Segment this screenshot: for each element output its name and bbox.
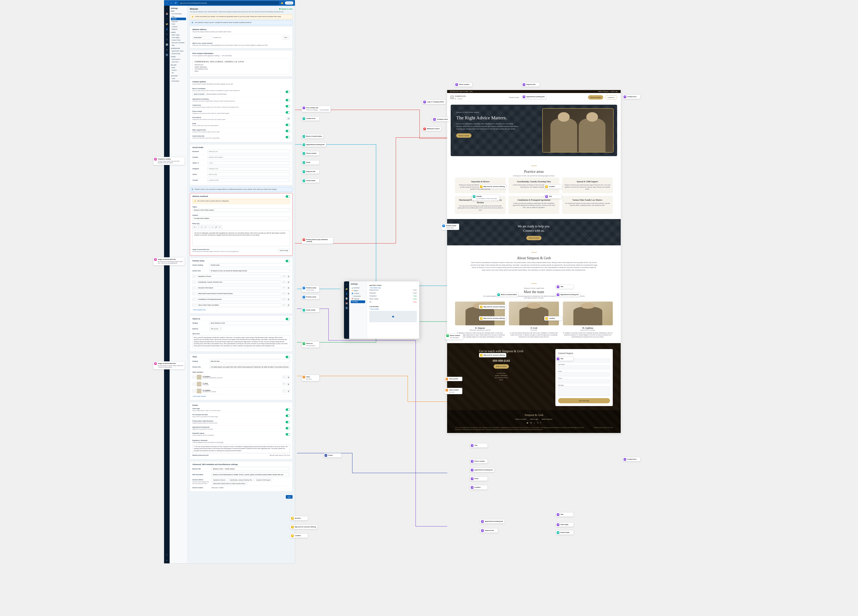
practice-heading-input[interactable]	[210, 263, 290, 267]
drag-handle-icon[interactable]: ⋮⋮	[193, 304, 196, 307]
delete-button[interactable]: 🗑	[287, 383, 290, 386]
subnav-item[interactable]: Document Templates	[171, 41, 186, 44]
linkedin-icon[interactable]: in	[530, 422, 532, 424]
subnav-item[interactable]: Logo	[171, 15, 186, 18]
nav-help-icon[interactable]: ?	[165, 554, 168, 557]
social-input[interactable]	[207, 173, 290, 176]
about-toggle[interactable]	[286, 318, 290, 320]
subnav-item[interactable]: Locations	[171, 25, 186, 28]
sf-link[interactable]: Book a Consult	[516, 418, 526, 420]
add-team-member-link[interactable]: + Add a team member	[193, 396, 206, 397]
pop-matter-item[interactable]: Immigration7 days	[369, 295, 417, 298]
contact-toggle-7[interactable]	[286, 136, 290, 138]
user-badge[interactable]: JS Admin	[285, 2, 293, 5]
delete-button[interactable]: 🗑	[287, 292, 290, 295]
regulatory-editor[interactable]: © The Law Group Partners at Simpson & Gr…	[193, 444, 290, 453]
drag-handle-icon[interactable]: ⋮⋮	[193, 389, 196, 393]
contact-toggle-5[interactable]	[286, 124, 290, 126]
save-button[interactable]: Save	[286, 495, 292, 499]
subnav-item[interactable]: Firm Information	[171, 12, 186, 15]
edit-button[interactable]: ✎	[283, 304, 286, 307]
footer-book-consult[interactable]: Book a Consult	[494, 364, 509, 369]
notifications-icon[interactable]: 🔔	[281, 2, 283, 5]
delete-button[interactable]: 🗑	[287, 275, 290, 278]
inquiry-input[interactable]	[558, 386, 610, 396]
pop-nav-settings-icon[interactable]: ⚙	[345, 306, 348, 309]
nav-settings-icon[interactable]: ⚙	[165, 53, 168, 56]
pop-add-location[interactable]: + New Location	[369, 308, 379, 310]
subnav-item[interactable]: Users	[171, 77, 186, 80]
practice-name-input[interactable]	[197, 275, 281, 278]
delete-button[interactable]: 🗑	[287, 286, 290, 290]
footer-toggle-4[interactable]	[286, 433, 290, 436]
sf-link[interactable]: Client Login	[530, 418, 538, 420]
footer-toggle-2[interactable]	[286, 421, 290, 423]
contact-toggle-3[interactable]	[286, 111, 290, 113]
pop-matter-item[interactable]: Tax9 days	[369, 300, 417, 303]
url-input[interactable]	[179, 1, 279, 5]
practice-intro-input[interactable]	[210, 269, 290, 273]
add-practice-area-link[interactable]: + Add a practice area	[193, 309, 205, 310]
edit-button[interactable]: ✎	[283, 389, 286, 393]
pop-nav-calendar-icon[interactable]: 📅	[345, 301, 348, 305]
rte-underline[interactable]: U	[201, 226, 203, 229]
edit-button[interactable]: ✎	[283, 298, 286, 301]
drag-handle-icon[interactable]: ⋮⋮	[193, 298, 196, 301]
subnav-item[interactable]: Rates	[171, 66, 186, 69]
delete-button[interactable]: 🗑	[287, 304, 290, 307]
edit-button[interactable]: ✎	[283, 281, 286, 284]
pop-sub-contacts[interactable]: 👤 Contacts	[351, 292, 365, 295]
team-sub-input[interactable]	[210, 365, 290, 369]
subnav-item[interactable]: Custom Fields	[171, 39, 186, 41]
about-body-editor[interactable]: We're a law firm specializing in family …	[193, 335, 290, 349]
subnav-item[interactable]: Lead Inbox	[171, 61, 186, 63]
nav-home-icon[interactable]: ⌂	[165, 7, 168, 10]
subnav-item[interactable]: Invoices	[171, 69, 186, 71]
send-message-button[interactable]: Send Message	[558, 398, 610, 403]
social-input[interactable]	[207, 161, 290, 165]
sf-link[interactable]: Make Payment	[542, 418, 552, 420]
pop-sub-overview[interactable]: 📊 Overview	[351, 287, 365, 289]
subnav-item[interactable]: Subscription	[171, 80, 186, 82]
pop-nav-matters-icon[interactable]: 📁	[345, 287, 348, 290]
social-input[interactable]	[207, 155, 290, 159]
pop-matter-item[interactable]: Family Divorce9 days	[369, 289, 417, 292]
pop-sub-calendar[interactable]: 📅 Calendar	[351, 298, 365, 300]
drag-handle-icon[interactable]: ⋮⋮	[193, 286, 196, 290]
pop-matter-item[interactable]: Separation9 days	[369, 292, 417, 295]
subnav-item[interactable]: Email	[171, 23, 186, 25]
pop-sub-matters[interactable]: 📁 Matters	[351, 289, 365, 292]
topbar-client-login-link[interactable]: Client Login	[611, 91, 618, 92]
nav-activities-icon[interactable]: ⏱	[165, 33, 168, 36]
edit-button[interactable]: ✎	[283, 375, 286, 379]
service-chip[interactable]: Guardianship, Custody, Parenting Time	[228, 478, 254, 481]
subnav-item[interactable]: Booking Page	[171, 52, 186, 55]
drag-handle-icon[interactable]: ⋮⋮	[193, 292, 196, 295]
service-chip[interactable]: Separation & Divorce	[211, 478, 227, 481]
seo-desc-input[interactable]	[211, 473, 290, 476]
practice-name-input[interactable]	[197, 298, 281, 301]
drag-handle-icon[interactable]: ⋮⋮	[193, 275, 196, 278]
team-toggle[interactable]	[286, 356, 290, 358]
contact-toggle-4[interactable]	[286, 117, 290, 120]
nav-billing-icon[interactable]: $	[165, 38, 168, 41]
nav-collapse-icon[interactable]: ⇤	[165, 559, 168, 562]
upload-image-button[interactable]: Upload image	[278, 249, 290, 252]
about-eyebrow-select[interactable]: Who we are	[210, 327, 222, 330]
subnav-item[interactable]: Tags	[171, 44, 186, 47]
inquiry-input[interactable]	[558, 379, 610, 383]
rte-clear[interactable]: ⨯	[218, 226, 221, 229]
nav-calendar-icon[interactable]: 📅	[165, 12, 168, 15]
edit-button[interactable]: ✎	[283, 286, 286, 290]
pop-sub-settings[interactable]: ⚙ Settings	[351, 300, 365, 303]
nav-tasks-icon[interactable]: ✓	[165, 17, 168, 20]
practice-name-input[interactable]	[197, 292, 281, 295]
nav-contacts-icon[interactable]: 👤	[165, 28, 168, 31]
pop-nav-home-icon[interactable]: ⌂	[345, 282, 348, 286]
footer-toggle-1[interactable]	[286, 414, 290, 417]
subnav-item[interactable]: Appointment Types	[171, 50, 186, 52]
practice-toggle[interactable]	[286, 260, 290, 262]
subnav-item[interactable]: Payments	[171, 20, 186, 23]
twitter-icon[interactable]: 𝕏	[537, 422, 539, 424]
delete-button[interactable]: 🗑	[287, 281, 290, 284]
